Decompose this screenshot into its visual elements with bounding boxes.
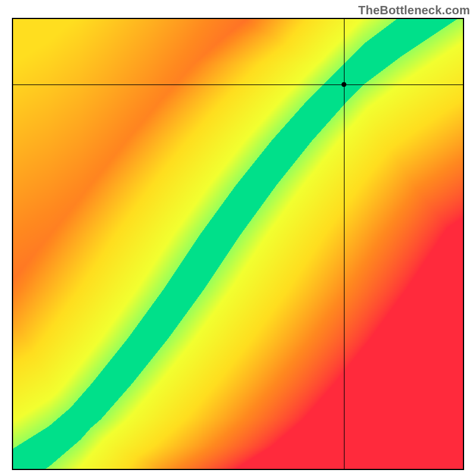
heatmap-frame xyxy=(12,18,464,470)
heatmap-canvas xyxy=(13,19,463,469)
attribution-text: TheBottleneck.com xyxy=(358,4,470,17)
